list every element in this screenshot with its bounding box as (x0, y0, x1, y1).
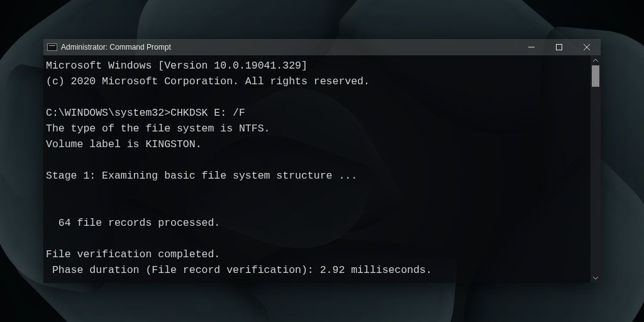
scroll-thumb[interactable] (592, 65, 599, 87)
chevron-up-icon (593, 58, 598, 63)
cmd-icon (47, 43, 57, 51)
minimize-icon (528, 44, 535, 50)
close-icon (584, 44, 590, 50)
scroll-down-button[interactable] (591, 273, 601, 283)
chevron-down-icon (593, 275, 598, 280)
maximize-icon (556, 44, 562, 50)
titlebar[interactable]: Administrator: Command Prompt (43, 39, 601, 55)
minimize-button[interactable] (518, 39, 545, 55)
window-title: Administrator: Command Prompt (61, 43, 171, 52)
vertical-scrollbar[interactable] (591, 55, 601, 283)
close-button[interactable] (573, 39, 601, 55)
svg-rect-0 (557, 45, 562, 50)
desktop-wallpaper: Administrator: Command Prompt Microsoft … (0, 0, 644, 322)
maximize-button[interactable] (545, 39, 573, 55)
command-prompt-window: Administrator: Command Prompt Microsoft … (43, 39, 601, 283)
console-output[interactable]: Microsoft Windows [Version 10.0.19041.32… (43, 55, 591, 283)
scroll-up-button[interactable] (591, 55, 601, 65)
console-area: Microsoft Windows [Version 10.0.19041.32… (43, 55, 601, 283)
